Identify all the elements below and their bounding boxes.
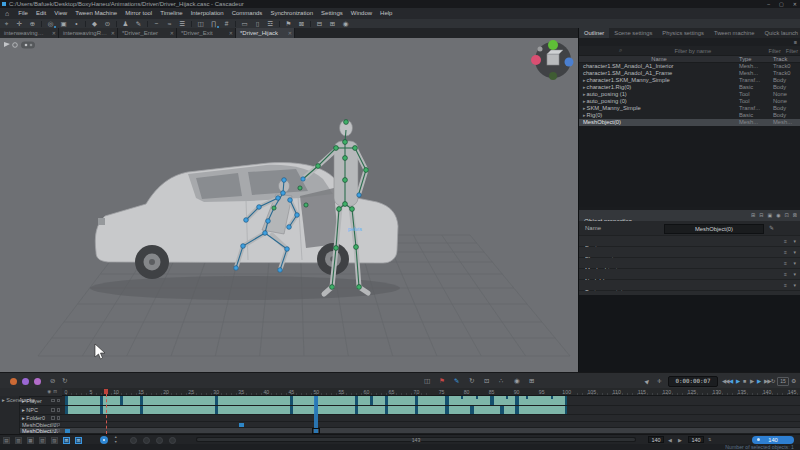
section-menu-icon[interactable]: ≡ [784, 258, 787, 268]
speed-badge[interactable]: 15 [777, 377, 789, 386]
tracks-header-icons[interactable]: ◉⊟ [47, 388, 59, 396]
tab-close-icon[interactable]: ✕ [229, 28, 233, 38]
expand-arrow-icon[interactable]: ▸ [583, 112, 586, 118]
outliner-row[interactable]: ▸auto_posing (0)ToolNone [579, 98, 800, 105]
footer-tool-icon-3[interactable]: ▧ [39, 437, 46, 444]
pivot-icon[interactable]: ◆ [88, 19, 101, 28]
document-tab-2[interactable]: *Driver_Enter✕ [118, 28, 177, 38]
loop-button[interactable]: ↻ [771, 373, 775, 389]
footer-tool-icon-1[interactable]: ▥ [15, 437, 22, 444]
document-tab-0[interactable]: interweavingWalkCycle...✕ [0, 28, 59, 38]
outliner-row[interactable]: ▸Rig(0)BasicBody [579, 112, 800, 119]
keyframe-marker[interactable] [515, 396, 519, 405]
layers-icon[interactable]: ☰ [176, 19, 189, 28]
document-tab-4[interactable]: *Driver_Hijack✕ [236, 28, 295, 38]
keyframe-marker[interactable] [385, 396, 389, 405]
menu-view[interactable]: View [50, 8, 71, 19]
expand-arrow-icon[interactable]: ▸ [583, 98, 586, 104]
record-dot-icon[interactable]: ◉ [514, 373, 520, 389]
timecode-display[interactable]: 0:00:00:07 [668, 376, 718, 387]
keyframe-marker[interactable] [290, 406, 294, 414]
menu-help[interactable]: Help [376, 8, 396, 19]
menu-timeline[interactable]: Timeline [156, 8, 186, 19]
go-start-button[interactable]: ◀◀ [722, 373, 728, 389]
rotate-tool-icon[interactable]: ⊕ [26, 19, 39, 28]
section-menu-icon[interactable]: ≡ [784, 236, 787, 246]
viewport-3d[interactable]: pelvis [0, 38, 578, 372]
keyframe-marker[interactable] [370, 396, 374, 405]
lane-1[interactable] [62, 406, 800, 415]
footer-spinner[interactable]: ▲▼ [114, 435, 117, 444]
lane-2[interactable] [62, 415, 800, 422]
track-row-player[interactable]: ▸ Player [20, 396, 62, 406]
camera-icon[interactable]: ⊙ [101, 19, 114, 28]
menu-synchronization[interactable]: Synchronization [266, 8, 317, 19]
delete-icon[interactable]: ⊠ [295, 19, 308, 28]
stop-button[interactable]: ■ [743, 373, 745, 389]
range-end-field[interactable]: 140 [688, 436, 704, 443]
outliner-row[interactable]: ▸character1.SKM_Manny_SimpleTransf...Bod… [579, 77, 800, 84]
menu-file[interactable]: File [14, 8, 32, 19]
outliner-row[interactable]: MeshObject(0)Mesh...Mesh... [579, 119, 800, 126]
track-visibility-checkbox[interactable] [51, 423, 55, 427]
refresh-icon[interactable]: ↻ [62, 373, 67, 389]
snap-tool-icon[interactable]: ▣ [57, 19, 70, 28]
timeline-settings-gear-icon[interactable]: ⚙ [791, 373, 796, 389]
footer-tool-icon-2[interactable]: ▦ [27, 437, 34, 444]
track-visibility-checkbox[interactable] [51, 429, 55, 433]
scale-tool-icon[interactable]: ◎ [44, 19, 57, 28]
outliner-tab-3[interactable]: Tween machine [709, 28, 760, 38]
footer-round-button-1[interactable] [143, 437, 150, 444]
keyframe-marker[interactable] [515, 406, 519, 414]
mesh-keyframe[interactable] [65, 429, 70, 433]
tab-close-icon[interactable]: ✕ [288, 28, 292, 38]
timeline-lane-area[interactable]: 0510152025303540455055606570758085909510… [62, 388, 800, 434]
props-header-icon-4[interactable]: ⊡ [785, 210, 789, 221]
cycle-icon[interactable]: ↻ [469, 373, 474, 389]
keyframe-marker[interactable] [500, 406, 504, 414]
keyframe-marker[interactable] [385, 406, 389, 414]
outliner-menu-icon[interactable]: ≡ [794, 39, 797, 45]
play-button[interactable]: ▶ [736, 373, 739, 389]
outliner-tab-0[interactable]: Outliner [579, 28, 609, 38]
property-section-mesh-object[interactable]: Mesh object≡▾ [579, 258, 800, 269]
property-section-texture-container[interactable]: Texture container≡▾ [579, 280, 800, 291]
filter-track-button[interactable]: Filter [786, 48, 798, 54]
axis-icon[interactable]: ✛ [657, 373, 662, 389]
section-expand-icon[interactable]: ▾ [793, 236, 796, 246]
footer-round-button-0[interactable] [130, 437, 137, 444]
keyframe-marker[interactable] [445, 406, 449, 414]
add-track-icon[interactable]: ⊞ [529, 373, 534, 389]
pen-tool-icon[interactable]: ✎ [132, 19, 145, 28]
keyframe-marker[interactable] [140, 406, 144, 414]
tab-close-icon[interactable]: ✕ [111, 28, 115, 38]
box-icon[interactable]: ▭ [238, 19, 251, 28]
keyframe-marker[interactable] [100, 406, 104, 414]
column-type[interactable]: Type [739, 56, 773, 62]
expand-arrow-icon[interactable]: ▸ [583, 77, 586, 83]
move-tool-icon[interactable]: ✛ [13, 19, 26, 28]
track-row-npc[interactable]: ▸ NPC [20, 406, 62, 415]
mode-ball-1[interactable] [22, 378, 29, 385]
filter-type-button[interactable]: Filter [769, 48, 781, 54]
mode-ball-0[interactable] [10, 378, 17, 385]
footer-tool-icon-4[interactable]: ▨ [51, 437, 58, 444]
prev-key-button[interactable]: ◀ [729, 373, 732, 389]
track-visibility-checkbox[interactable] [51, 416, 55, 420]
outliner-row[interactable]: ▸character1.Rig(0)BasicBody [579, 84, 800, 91]
point-tool-icon[interactable]: • [70, 19, 83, 28]
track-lock-checkbox[interactable] [57, 399, 61, 403]
outliner-row[interactable]: ▸SKM_Manny_SimpleTransf...Body [579, 105, 800, 112]
keyframe-marker[interactable] [415, 406, 419, 414]
expand-arrow-icon[interactable]: ▸ [583, 84, 586, 90]
edit-name-icon[interactable]: ✎ [769, 224, 774, 231]
timeline-scrollbar[interactable]: 143 [196, 437, 636, 442]
props-header-icon-2[interactable]: ▣ [767, 210, 772, 221]
physics-icon[interactable]: ≈ [163, 19, 176, 28]
track-visibility-checkbox[interactable] [51, 408, 55, 412]
go-end-button[interactable]: ▶▶ [764, 373, 770, 389]
document-tab-1[interactable]: interweavingRunCycle...✕ [59, 28, 118, 38]
outliner-tab-1[interactable]: Scene settings [609, 28, 657, 38]
menu-commands[interactable]: Commands [228, 8, 267, 19]
close-icon[interactable]: ✕ [793, 0, 797, 8]
